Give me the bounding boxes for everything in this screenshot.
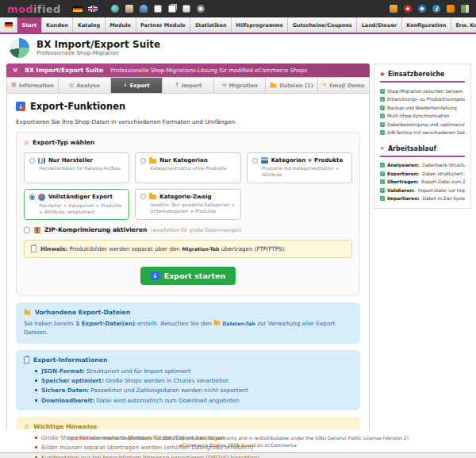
info-icon[interactable] <box>432 5 440 13</box>
legend-label: Export-Typ wählen <box>33 139 94 146</box>
files-count: 1 Export-Datei(en) <box>75 320 135 327</box>
zip-label: ZIP-Komprimierung aktivieren <box>44 226 147 233</box>
suite-banner: ⚒ BX Import/Export Suite Professionelle … <box>6 64 370 77</box>
uk-flag-icon[interactable] <box>88 6 98 12</box>
menu-item-kunden[interactable]: Kunden <box>42 17 74 33</box>
menu-item-language[interactable] <box>0 17 17 33</box>
upload-icon: ↑ <box>175 83 179 88</box>
lifering-icon[interactable] <box>404 5 412 13</box>
list-item: Validieren:Import-Datei vor Import prüfe… <box>380 188 465 193</box>
option-title: Nur Kategorien <box>159 157 207 164</box>
export-button-label: Export starten <box>164 271 226 280</box>
option-nur-kategorien[interactable]: Nur Kategorien Kategoriestruktur ohne Pr… <box>135 152 240 183</box>
menu-item-konfiguration[interactable]: Konfiguration <box>402 17 451 33</box>
item-text: Datenbank-Struktur verstehen <box>422 163 465 167</box>
list-item: Sichere Daten: Passwörter und Zahlungsda… <box>35 387 352 394</box>
hint-text: Produktbilder werden separat über den <box>70 245 180 252</box>
menu-item-land-steuer[interactable]: Land/Steuer <box>357 17 402 33</box>
menu-item-start[interactable]: Start <box>17 17 42 33</box>
folder-icon <box>149 159 156 164</box>
menu-item-module[interactable]: Module <box>106 17 136 33</box>
radio-button[interactable] <box>140 158 146 164</box>
tab-export[interactable]: ↓ Export <box>111 78 163 93</box>
download-icon: ↓ <box>123 83 128 88</box>
check-icon <box>380 188 385 193</box>
item-text: Passwörter und Zahlungsdaten werden nich… <box>90 387 248 394</box>
option-header: Vollständiger Export <box>29 194 124 201</box>
option-kategorien-produkte[interactable]: Kategorien + Produkte Produkte mit Kateg… <box>247 152 352 183</box>
menu-item-hilfsprogramme[interactable]: Hilfsprogramme <box>232 17 288 33</box>
store-icon[interactable] <box>390 5 397 13</box>
migration-tab-reference: Migration-Tab <box>182 246 219 252</box>
radio-button[interactable] <box>252 158 258 164</box>
radio-button[interactable] <box>140 194 146 199</box>
tab-label: Dateien (1) <box>279 83 313 89</box>
main-column: ⚒ BX Import/Export Suite Professionelle … <box>6 64 370 458</box>
magnifier-icon: ◎ <box>69 83 74 88</box>
list-item: Übertragen:Export-Datei zum Ziel-System <box>380 179 465 184</box>
content-layout: ⚒ BX Import/Export Suite Professionelle … <box>0 61 476 429</box>
item-lead: JSON-Format: <box>41 368 85 375</box>
search-icon[interactable] <box>197 5 205 13</box>
item-text: Multi-Shop-Synchronisation <box>387 114 449 118</box>
users-icon[interactable] <box>140 5 148 13</box>
export-start-button[interactable]: ↓ Export starten <box>140 267 236 285</box>
app-logo-icon <box>10 38 29 58</box>
bar-chart-icon <box>38 158 45 164</box>
tab-label: Migration <box>228 83 257 89</box>
tab-label: Import <box>182 83 202 89</box>
sync-icon[interactable] <box>418 5 426 13</box>
zip-checkbox[interactable] <box>24 227 30 233</box>
pinwheel-icon: ✺ <box>380 71 385 78</box>
folder-icon <box>271 83 277 87</box>
check-icon <box>380 179 385 184</box>
tab-emoji-demo[interactable]: ✳ Emoji Demo <box>318 78 369 93</box>
tab-label: Information <box>19 83 54 89</box>
document-icon[interactable] <box>182 5 190 13</box>
option-vollstaendiger-export[interactable]: Vollständiger Export Hersteller + Katego… <box>24 189 129 221</box>
check-icon <box>380 196 385 201</box>
option-title: Kategorie-Zweig <box>159 194 211 200</box>
export-type-panel: ◎ Export-Typ wählen Nur Hersteller Herst… <box>16 132 360 296</box>
list-item: JSON-Format: Strukturiert und für Import… <box>35 368 352 375</box>
dateien-tab-reference[interactable]: Dateien-Tab <box>222 321 255 326</box>
menu-item-statistiken[interactable]: Statistiken <box>190 17 232 33</box>
printer-icon[interactable] <box>125 5 133 13</box>
globe-icon[interactable] <box>111 5 119 13</box>
menu-item-partner-module[interactable]: Partner Module <box>136 17 191 33</box>
rss-icon[interactable] <box>447 5 455 13</box>
check-icon <box>380 163 385 167</box>
section-heading-row: ↓ Export-Funktionen <box>16 101 360 112</box>
page-header: BX Import/Export Suite Professionelle Sh… <box>0 34 476 61</box>
german-flag-icon[interactable] <box>73 6 83 12</box>
export-type-legend: ◎ Export-Typ wählen <box>24 139 352 146</box>
copy-icon[interactable] <box>168 5 176 13</box>
option-nur-hersteller[interactable]: Nur Hersteller Herstellerdaten für Katal… <box>24 152 129 183</box>
list-item: Analysieren:Datenbank-Struktur verstehen <box>380 163 465 167</box>
menu-item-erw-konfiguration[interactable]: Erw. Konfiguration <box>451 17 476 33</box>
option-kategorie-zweig[interactable]: Kategorie-Zweig Selektiv: Nur gewählte K… <box>135 189 240 221</box>
target-icon: ◎ <box>24 139 29 146</box>
tab-import[interactable]: ↑ Import <box>163 78 214 93</box>
item-text: A/B-Testing mit verschiedenen Datenständ… <box>387 130 465 135</box>
check-icon <box>380 89 385 94</box>
radio-button-checked[interactable] <box>29 194 35 200</box>
zip-hint: (empfohlen für große Datenmengen) <box>151 227 241 233</box>
tab-migration[interactable]: ∞ Migration <box>214 78 266 93</box>
option-description: Kategoriestruktur ohne Produkte <box>150 165 235 171</box>
item-text: Daten in Ziel-System einspielen <box>423 196 465 201</box>
radio-button[interactable] <box>29 158 35 164</box>
workflow-section-title: ➤ Arbeitsablauf <box>380 144 465 157</box>
tab-information[interactable]: ▤ Information <box>7 78 59 93</box>
logo-suffix: ified <box>33 3 61 15</box>
option-description: Hersteller + Kategorien + Produkte + Att… <box>39 202 124 216</box>
menu-item-gutscheine[interactable]: Gutscheine/Coupons <box>288 17 357 33</box>
logout-icon[interactable] <box>461 5 469 13</box>
menu-item-katalog[interactable]: Katalog <box>73 17 105 33</box>
tab-dateien[interactable]: Dateien (1) <box>266 78 317 93</box>
tab-analyse[interactable]: ◎ Analyse <box>59 78 110 93</box>
item-lead: Analysieren: <box>387 163 419 167</box>
migration-hint-box: Hinweis: Produktbilder werden separat üb… <box>24 240 352 258</box>
list-icon[interactable] <box>154 5 162 13</box>
boxes-icon <box>261 157 268 164</box>
